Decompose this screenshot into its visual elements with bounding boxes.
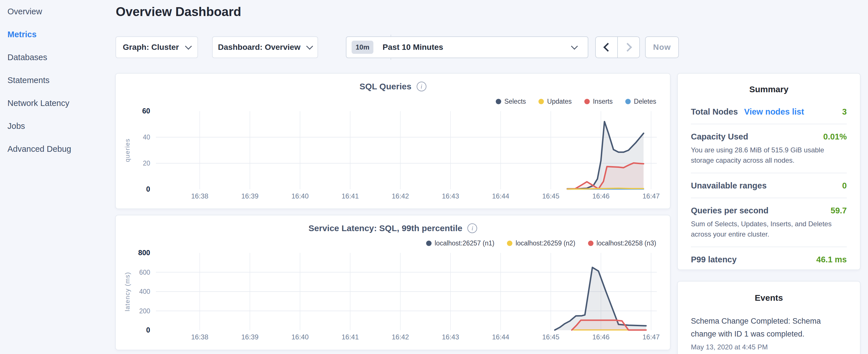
- dashboard-dropdown-label: Dashboard: Overview: [218, 43, 301, 52]
- x-tick-label: 16:40: [291, 192, 309, 200]
- x-tick-label: 16:45: [542, 333, 559, 341]
- x-tick-label: 16:41: [342, 192, 359, 200]
- summary-row-capacity-used: Capacity Used 0.01% You are using 28.6 M…: [691, 124, 847, 173]
- p99-latency-label: P99 latency: [691, 255, 737, 264]
- summary-panel: Summary Total Nodes View nodes list 3 Ca…: [677, 73, 861, 270]
- total-nodes-value: 3: [842, 107, 847, 117]
- chevron-down-icon: [185, 43, 192, 50]
- capacity-used-description: You are using 28.6 MiB of 515.9 GiB usab…: [691, 145, 847, 165]
- x-tick-label: 16:47: [643, 333, 660, 341]
- service-latency-chart[interactable]: 16:3816:3916:4016:4116:4216:4316:4416:45…: [116, 215, 670, 350]
- summary-row-unavailable-ranges: Unavailable ranges 0: [691, 173, 847, 198]
- x-tick-label: 16:42: [392, 333, 409, 341]
- unavailable-ranges-value: 0: [842, 181, 847, 190]
- x-tick-label: 16:40: [291, 333, 309, 341]
- dashboard-dropdown[interactable]: Dashboard: Overview: [212, 36, 318, 58]
- time-step-forward-button[interactable]: [618, 37, 639, 58]
- time-range-badge: 10m: [351, 41, 373, 54]
- sidebar-item-advanced-debug[interactable]: Advanced Debug: [0, 137, 115, 160]
- summary-row-queries-per-second: Queries per second 59.7 Sum of Selects, …: [691, 198, 847, 247]
- sidebar-item-statements[interactable]: Statements: [0, 69, 115, 92]
- x-tick-label: 16:41: [342, 333, 359, 341]
- sidebar-item-network-latency[interactable]: Network Latency: [0, 92, 115, 115]
- now-button[interactable]: Now: [645, 36, 679, 58]
- x-tick-label: 16:45: [542, 192, 559, 200]
- y-tick-label: 20: [143, 160, 150, 167]
- y-tick-label: 60: [142, 107, 150, 115]
- graph-scope-dropdown[interactable]: Graph: Cluster: [116, 36, 198, 58]
- sidebar-item-metrics[interactable]: Metrics: [0, 23, 115, 46]
- capacity-used-label: Capacity Used: [691, 132, 748, 141]
- chevron-left-icon: [603, 43, 612, 52]
- sidebar-nav: OverviewMetricsDatabasesStatementsNetwor…: [0, 0, 115, 160]
- x-tick-label: 16:43: [442, 192, 459, 200]
- total-nodes-label: Total Nodes: [691, 107, 738, 117]
- x-tick-label: 16:39: [241, 333, 258, 341]
- y-axis-label: latency (ms): [124, 272, 131, 311]
- summary-row-p99-latency: P99 latency 46.1 ms: [691, 247, 847, 271]
- summary-row-total-nodes: Total Nodes View nodes list 3: [691, 99, 847, 124]
- sql-queries-chart-card: SQL Queries i SelectsUpdatesInsertsDelet…: [115, 73, 671, 209]
- sql-queries-chart[interactable]: 16:3816:3916:4016:4116:4216:4316:4416:45…: [116, 74, 670, 208]
- chevron-down-icon: [306, 43, 313, 50]
- queries-per-second-description: Sum of Selects, Updates, Inserts, and De…: [691, 219, 847, 239]
- service-latency-chart-card: Service Latency: SQL, 99th percentile i …: [115, 215, 671, 350]
- queries-per-second-label: Queries per second: [691, 206, 769, 215]
- sidebar-item-databases[interactable]: Databases: [0, 46, 115, 69]
- y-tick-label: 800: [138, 249, 150, 257]
- graph-scope-dropdown-label: Graph: Cluster: [123, 43, 179, 52]
- chevron-right-icon: [623, 43, 632, 52]
- x-tick-label: 16:44: [492, 192, 509, 200]
- x-tick-label: 16:38: [191, 333, 208, 341]
- y-tick-label: 200: [139, 307, 150, 315]
- page-title: Overview Dashboard: [116, 5, 241, 19]
- y-tick-label: 600: [139, 269, 150, 276]
- events-title: Events: [691, 293, 847, 303]
- queries-per-second-value: 59.7: [831, 206, 847, 215]
- events-panel: Events Schema Change Completed: Schema c…: [677, 281, 861, 354]
- x-tick-label: 16:38: [191, 192, 208, 200]
- y-tick-label: 0: [146, 185, 150, 193]
- x-tick-label: 16:44: [492, 333, 509, 341]
- time-range-label: Past 10 Minutes: [382, 43, 572, 52]
- y-tick-label: 400: [139, 288, 150, 295]
- x-tick-label: 16:46: [592, 192, 610, 200]
- unavailable-ranges-label: Unavailable ranges: [691, 181, 767, 190]
- time-range-selector[interactable]: 10m Past 10 Minutes: [346, 36, 588, 58]
- event-item-timestamp: May 13, 2020 at 4:45 PM: [691, 343, 847, 351]
- y-tick-label: 0: [146, 326, 150, 334]
- p99-latency-value: 46.1 ms: [816, 255, 847, 264]
- x-tick-label: 16:42: [392, 192, 409, 200]
- x-tick-label: 16:47: [643, 192, 660, 200]
- summary-title: Summary: [691, 85, 847, 94]
- time-step-back-button[interactable]: [596, 37, 618, 58]
- sidebar-item-overview[interactable]: Overview: [0, 0, 115, 23]
- y-axis-label: queries: [124, 138, 131, 162]
- chevron-down-icon: [571, 43, 578, 50]
- view-nodes-list-link[interactable]: View nodes list: [744, 107, 804, 117]
- x-tick-label: 16:39: [241, 192, 258, 200]
- event-item-text[interactable]: Schema Change Completed: Schema change w…: [691, 315, 847, 340]
- x-tick-label: 16:46: [592, 333, 610, 341]
- sidebar-item-jobs[interactable]: Jobs: [0, 115, 115, 137]
- overview-dashboard-page: OverviewMetricsDatabasesStatementsNetwor…: [0, 0, 868, 354]
- x-tick-label: 16:43: [442, 333, 459, 341]
- time-step-button-group: [595, 36, 640, 58]
- y-tick-label: 40: [143, 133, 150, 141]
- capacity-used-value: 0.01%: [823, 132, 847, 141]
